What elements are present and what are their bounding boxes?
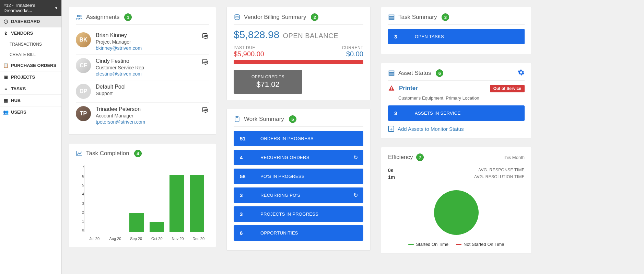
assignee-email-link[interactable]: tpeterson@striven.com: [96, 119, 197, 125]
work-summary-bar[interactable]: 6 OPPORTUNITIES: [234, 225, 363, 241]
chevron-down-icon: ▼: [55, 6, 58, 10]
task-completion-chart: 76543210 Jul 20Aug 20Sep 20Oct 20Nov 20D…: [76, 165, 209, 241]
plus-icon: +: [388, 126, 394, 132]
chat-icon[interactable]: [201, 106, 209, 115]
balance-meter: [234, 60, 363, 64]
assignee-email-link[interactable]: cfestino@striven.com: [96, 71, 197, 77]
stat-label: RECURRING PO'S: [260, 193, 300, 198]
svg-rect-7: [389, 16, 394, 18]
billing-icon: [234, 14, 241, 21]
marker-2: 2: [311, 13, 318, 21]
marker-7: 7: [416, 153, 424, 161]
legend-item: Not Started On Time: [456, 242, 504, 247]
response-val: 0s: [388, 168, 394, 173]
work-summary-card: Work Summary 5 51 ORDERS IN PROGRESS 4 R…: [226, 109, 371, 251]
assignee-name: Cindy Festino: [96, 58, 197, 64]
past-due-label: PAST DUE: [234, 45, 255, 50]
task-summary-title: Task Summary: [398, 14, 437, 21]
legend-label: Started On Time: [416, 242, 448, 247]
work-summary-bar[interactable]: 58 PO'S IN PROGRESS: [234, 169, 363, 184]
legend-label: Not Started On Time: [464, 242, 504, 247]
chart-bar: [190, 175, 204, 232]
workspace-name: #12 - Trinadee's Dreamworks...: [3, 3, 55, 13]
stat-label: RECURRING ORDERS: [260, 155, 309, 160]
asset-status-card: Asset Status 6 Printer Out of Service Cu…: [381, 63, 532, 138]
stat-count: 51: [240, 136, 260, 141]
nav-hub[interactable]: ▦ HUB: [0, 95, 61, 106]
x-tick: Aug 20: [108, 237, 122, 241]
open-tasks-count: 3: [394, 34, 415, 39]
assets-in-service-bar[interactable]: 3 ASSETS IN SERVICE: [388, 105, 525, 121]
nav-create-bill[interactable]: CREATE BILL: [0, 49, 61, 60]
stack-icon: [388, 70, 395, 77]
nav-users[interactable]: 👥 USERS: [0, 106, 61, 118]
resolution-label: AVG. RESOLUTION TIME: [474, 174, 525, 180]
people-icon: [76, 14, 83, 21]
x-tick: Jul 20: [87, 237, 102, 241]
legend-swatch: [408, 244, 414, 245]
work-summary-bar[interactable]: 3 PROJECTS IN PROGRESS: [234, 206, 363, 222]
asset-name-link[interactable]: Printer: [399, 85, 418, 92]
vendor-billing-card: Vendor Billing Summary 2 $5,828.98 OPEN …: [226, 7, 371, 100]
assets-in-service-count: 3: [394, 110, 415, 116]
svg-rect-9: [389, 71, 394, 72]
work-summary-bar[interactable]: 3 RECURRING PO'S ↻: [234, 187, 363, 203]
nav-dashboard[interactable]: DASHBOARD: [0, 16, 61, 27]
chat-icon[interactable]: [201, 58, 209, 67]
nav-label: TASKS: [11, 86, 26, 91]
svg-rect-10: [389, 72, 394, 73]
stat-label: ORDERS IN PROGRESS: [260, 136, 314, 141]
past-due-value: $5,900.00: [234, 50, 264, 58]
svg-point-3: [235, 15, 239, 16]
marker-5: 5: [289, 115, 296, 123]
assignee-row: TP Trinadee Peterson Account Manager tpe…: [76, 103, 209, 128]
nav-purchase-orders[interactable]: 📋 PURCHASE ORDERS: [0, 60, 61, 71]
billing-title: Vendor Billing Summary: [244, 14, 306, 21]
nav-transactions[interactable]: TRANSACTIONS: [0, 39, 61, 49]
open-credits-box[interactable]: OPEN CREDITS $71.02: [234, 70, 302, 94]
refresh-icon[interactable]: ↻: [353, 192, 358, 198]
chart-bar: [129, 213, 144, 232]
work-summary-bar[interactable]: 51 ORDERS IN PROGRESS: [234, 131, 363, 146]
chat-icon[interactable]: [201, 32, 209, 42]
stat-label: OPPORTUNITIES: [260, 230, 298, 236]
hub-icon: ▦: [3, 98, 8, 103]
add-asset-link[interactable]: + Add Assets to Monitor Status: [388, 126, 525, 132]
warning-icon: [388, 85, 395, 93]
dashboard-icon: [3, 19, 8, 24]
assignments-card: Assignments 1 BK Brian Kinney Project Ma…: [69, 7, 216, 135]
refresh-icon[interactable]: ↻: [353, 154, 358, 161]
work-summary-bar[interactable]: 4 RECURRING ORDERS ↻: [234, 150, 363, 165]
x-tick: Dec 20: [191, 237, 206, 241]
stat-label: PROJECTS IN PROGRESS: [260, 212, 318, 217]
workspace-selector[interactable]: #12 - Trinadee's Dreamworks... ▼: [0, 0, 61, 16]
assignee-role: Customer Service Rep: [96, 65, 197, 70]
assignee-name: Brian Kinney: [96, 32, 197, 38]
nav-label: VENDORS: [11, 31, 33, 36]
users-icon: 👥: [3, 110, 8, 115]
open-balance-label: OPEN BALANCE: [283, 32, 338, 40]
efficiency-period: This Month: [503, 155, 525, 160]
nav-label: DASHBOARD: [11, 19, 40, 24]
gear-icon[interactable]: [518, 69, 525, 78]
avatar: DP: [76, 84, 91, 99]
task-completion-title: Task Completion: [86, 150, 129, 157]
stat-count: 4: [240, 155, 260, 160]
assets-in-service-label: ASSETS IN SERVICE: [415, 111, 460, 116]
work-summary-title: Work Summary: [244, 116, 284, 123]
task-completion-card: Task Completion 4 76543210 Jul 20Aug 20S…: [69, 143, 216, 247]
open-tasks-bar[interactable]: 3 OPEN TASKS: [388, 29, 525, 44]
svg-point-2: [80, 15, 81, 17]
asset-subtext: Customer's Equipment, Primary Location: [398, 95, 525, 101]
assignee-name: Trinadee Peterson: [96, 106, 197, 112]
dashboard-content: Assignments 1 BK Brian Kinney Project Ma…: [62, 0, 644, 274]
x-tick: Nov 20: [171, 237, 185, 241]
nav-projects[interactable]: ▣ PROJECTS: [0, 71, 61, 83]
nav-vendors[interactable]: VENDORS: [0, 27, 61, 39]
svg-rect-8: [389, 18, 394, 19]
stat-count: 58: [240, 173, 260, 179]
nav-tasks[interactable]: ≡ TASKS: [0, 83, 61, 95]
stat-label: PO'S IN PROGRESS: [260, 174, 305, 179]
assignee-email-link[interactable]: bkinney@striven.com: [96, 45, 197, 51]
chart-bar: [169, 175, 184, 232]
